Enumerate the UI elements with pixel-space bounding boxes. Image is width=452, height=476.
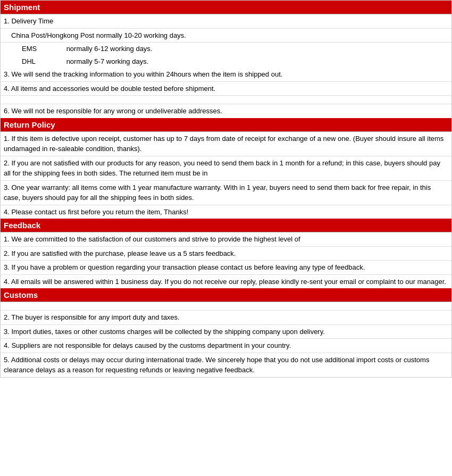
dhl-value: normally 5-7 working days. (66, 57, 149, 65)
china-post-row: China Post/Hongkong Post normally 10-20 … (1, 29, 451, 43)
feedback-content: 1. We are committed to the satisfaction … (1, 232, 451, 288)
customs-empty (1, 302, 451, 311)
dhl-label: DHL (22, 56, 64, 67)
return-row4: 4. Please contact us first before you re… (1, 205, 451, 219)
return-row1: 1. If this item is defective upon receip… (1, 132, 451, 156)
return-policy-header: Return Policy (1, 118, 451, 132)
shipment-header: Shipment (1, 1, 451, 14)
feedback-header: Feedback (1, 219, 451, 232)
ems-label: EMS (22, 44, 64, 54)
shipment-empty (1, 96, 451, 104)
shipment-row3: 3. We will send the tracking information… (1, 68, 451, 82)
customs-header: Customs (1, 288, 451, 302)
shipment-row6: 6. We will not be responsible for any wr… (1, 104, 451, 118)
return-policy-content: 1. If this item is defective upon receip… (1, 132, 451, 219)
customs-row4: 4. Suppliers are not responsible for del… (1, 339, 451, 353)
shipment-row4: 4. All items and accessories would be do… (1, 82, 451, 96)
return-row3: 3. One year warranty: all items come wit… (1, 181, 451, 205)
dhl-row: DHL normally 5-7 working days. (1, 55, 451, 68)
feedback-row1: 1. We are committed to the satisfaction … (1, 232, 451, 247)
customs-row2: 2. The buyer is responsible for any impo… (1, 311, 451, 325)
delivery-time-label: 1. Delivery Time (1, 14, 451, 29)
feedback-row4: 4. All emails will be answered within 1 … (1, 275, 451, 289)
feedback-row3: 3. If you have a problem or question reg… (1, 261, 451, 275)
ems-row: EMS normally 6-12 working days. (1, 43, 451, 55)
customs-row3: 3. Import duties, taxes or other customs… (1, 325, 451, 339)
ems-value: normally 6-12 working days. (66, 45, 153, 53)
feedback-row2: 2. If you are satisfied with the purchas… (1, 247, 451, 261)
shipment-content: 1. Delivery Time China Post/Hongkong Pos… (1, 14, 451, 118)
return-row2: 2. If you are not satisfied with our pro… (1, 156, 451, 181)
customs-row5: 5. Additional costs or delays may occur … (1, 353, 451, 377)
page-wrapper: Shipment 1. Delivery Time China Post/Hon… (0, 0, 452, 378)
customs-content: 2. The buyer is responsible for any impo… (1, 302, 451, 377)
